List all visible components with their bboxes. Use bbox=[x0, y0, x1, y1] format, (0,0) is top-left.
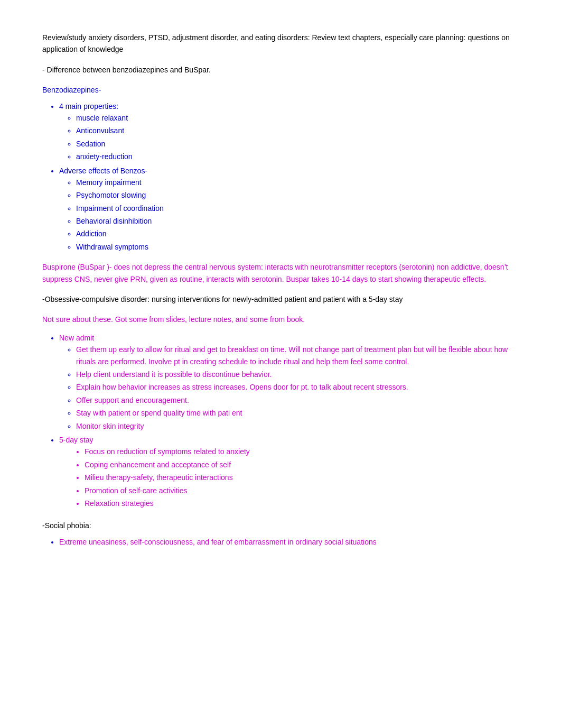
new-admit-item: New admit Get them up early to allow for… bbox=[59, 332, 519, 432]
new-admit-sub-item: Help client understand it is possible to… bbox=[76, 368, 519, 380]
social-phobia-item: Extreme uneasiness, self-consciousness, … bbox=[59, 536, 519, 548]
five-day-sublist: Focus on reduction of symptoms related t… bbox=[85, 446, 519, 509]
five-day-sub-item: Promotion of self-care activities bbox=[85, 485, 519, 496]
main-properties-item: 4 main properties: muscle relaxant Antic… bbox=[59, 100, 519, 163]
new-admit-sub-item: Get them up early to allow for ritual an… bbox=[76, 344, 519, 367]
sub-list-item: Anticonvulsant bbox=[76, 125, 519, 136]
difference-text: - Difference between benzodiazepines and… bbox=[42, 64, 519, 76]
five-day-sub-item: Milieu therapy-safety, therapeutic inter… bbox=[85, 472, 519, 483]
five-day-sub-item: Coping enhancement and acceptance of sel… bbox=[85, 459, 519, 471]
adverse-effects-sublist: Memory impairment Psychomotor slowing Im… bbox=[76, 177, 519, 253]
main-properties-sublist: muscle relaxant Anticonvulsant Sedation … bbox=[76, 112, 519, 163]
sub-list-item: muscle relaxant bbox=[76, 112, 519, 124]
ocd-main-list: New admit Get them up early to allow for… bbox=[59, 332, 519, 509]
sub-list-item: Impairment of coordination bbox=[76, 202, 519, 214]
sub-list-item: anxiety-reduction bbox=[76, 151, 519, 162]
sub-list-item: Psychomotor slowing bbox=[76, 189, 519, 201]
intro-text: Review/study anxiety disorders, PTSD, ad… bbox=[42, 32, 519, 56]
benzodiazepines-heading: Benzodiazepines- bbox=[42, 84, 519, 96]
new-admit-sub-item: Explain how behavior increases as stress… bbox=[76, 381, 519, 393]
buspar-text: Buspirone (BuSpar )- does not depress th… bbox=[42, 261, 519, 285]
benzodiazepines-list: 4 main properties: muscle relaxant Antic… bbox=[59, 100, 519, 253]
sub-list-item: Sedation bbox=[76, 138, 519, 150]
sub-list-item: Behavioral disinhibition bbox=[76, 215, 519, 227]
sub-list-item: Addiction bbox=[76, 228, 519, 239]
five-day-sub-item: Relaxation strategies bbox=[85, 497, 519, 509]
sub-list-item: Withdrawal symptoms bbox=[76, 241, 519, 253]
sub-list-item: Memory impairment bbox=[76, 177, 519, 188]
social-phobia-list: Extreme uneasiness, self-consciousness, … bbox=[59, 536, 519, 548]
social-phobia-label: -Social phobia: bbox=[42, 520, 519, 531]
five-day-item: 5-day stay Focus on reduction of symptom… bbox=[59, 434, 519, 509]
new-admit-sub-item: Offer support and encouragement. bbox=[76, 394, 519, 406]
not-sure-text: Not sure about these. Got some from slid… bbox=[42, 314, 519, 325]
new-admit-sublist: Get them up early to allow for ritual an… bbox=[76, 344, 519, 432]
new-admit-sub-item: Monitor skin integrity bbox=[76, 420, 519, 432]
ocd-text: -Obsessive-compulsive disorder: nursing … bbox=[42, 293, 519, 305]
adverse-effects-item: Adverse effects of Benzos- Memory impair… bbox=[59, 165, 519, 253]
five-day-sub-item: Focus on reduction of symptoms related t… bbox=[85, 446, 519, 457]
new-admit-sub-item: Stay with patient or spend quality time … bbox=[76, 407, 519, 419]
